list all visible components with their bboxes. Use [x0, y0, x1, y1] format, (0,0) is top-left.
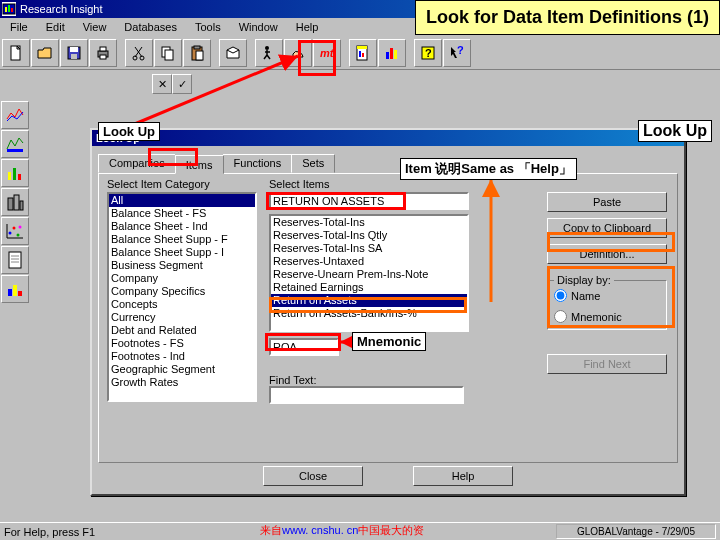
- list-item[interactable]: All: [109, 194, 255, 207]
- svg-rect-3: [11, 8, 13, 12]
- accept-check-icon[interactable]: ✓: [172, 74, 192, 94]
- note-mnemonic: Mnemonic: [352, 332, 426, 351]
- list-item[interactable]: Growth Rates: [109, 376, 255, 389]
- paste-icon[interactable]: [183, 39, 211, 67]
- svg-rect-17: [196, 51, 203, 60]
- print-icon[interactable]: [89, 39, 117, 67]
- radio-mnemonic-input[interactable]: [554, 310, 567, 323]
- list-item[interactable]: Reserves-Total-Ins Qtly: [271, 229, 467, 242]
- list-item[interactable]: Reserves-Total-Ins: [271, 216, 467, 229]
- menu-help[interactable]: Help: [288, 20, 327, 34]
- whats-this-icon[interactable]: ?: [443, 39, 471, 67]
- selected-item-textbox[interactable]: RETURN ON ASSETS: [269, 192, 469, 210]
- svg-rect-46: [13, 285, 17, 296]
- svg-rect-35: [14, 195, 19, 210]
- assistant-icon[interactable]: [284, 39, 312, 67]
- svg-rect-32: [13, 168, 16, 180]
- menu-edit[interactable]: Edit: [38, 20, 73, 34]
- open-icon[interactable]: [31, 39, 59, 67]
- tab-companies[interactable]: Companies: [98, 154, 176, 173]
- find-text-input[interactable]: [269, 386, 464, 404]
- menu-databases[interactable]: Databases: [116, 20, 185, 34]
- side-report-icon[interactable]: [1, 246, 29, 274]
- side-scatter-icon[interactable]: [1, 217, 29, 245]
- report-icon[interactable]: [349, 39, 377, 67]
- svg-rect-34: [8, 198, 13, 210]
- list-item[interactable]: Return on Assets-Bank/Ins-%: [271, 307, 467, 320]
- svg-rect-2: [8, 5, 10, 12]
- menu-file[interactable]: File: [2, 20, 36, 34]
- radio-name-input[interactable]: [554, 289, 567, 302]
- menu-window[interactable]: Window: [231, 20, 286, 34]
- cut-icon[interactable]: [125, 39, 153, 67]
- tab-sets[interactable]: Sets: [291, 154, 335, 173]
- menu-view[interactable]: View: [75, 20, 115, 34]
- display-by-group: Display by: Name Mnemonic: [547, 280, 667, 330]
- app-icon: [2, 2, 16, 16]
- display-by-label: Display by:: [554, 274, 614, 286]
- radio-mnemonic[interactable]: Mnemonic: [554, 310, 660, 323]
- svg-rect-16: [194, 46, 200, 49]
- close-button[interactable]: Close: [263, 466, 363, 486]
- list-item[interactable]: Balance Sheet - FS: [109, 207, 255, 220]
- svg-rect-24: [386, 52, 389, 59]
- help-topic-icon[interactable]: ?: [414, 39, 442, 67]
- list-item[interactable]: Balance Sheet Supp - I: [109, 246, 255, 259]
- mnemonic-textbox[interactable]: ROA: [269, 338, 339, 356]
- cancel-x-icon[interactable]: ✕: [152, 74, 172, 94]
- list-item[interactable]: Reserves-Untaxed: [271, 255, 467, 268]
- side-buildings-icon[interactable]: [1, 188, 29, 216]
- list-item[interactable]: Concepts: [109, 298, 255, 311]
- paste-button[interactable]: Paste: [547, 192, 667, 212]
- svg-point-37: [9, 232, 12, 235]
- slide-title: Look for Data Item Definitions (1): [415, 0, 720, 35]
- help-button[interactable]: Help: [413, 466, 513, 486]
- bar-chart-icon[interactable]: [378, 39, 406, 67]
- tab-functions[interactable]: Functions: [223, 154, 293, 173]
- list-item[interactable]: Reserves-Total-Ins SA: [271, 242, 467, 255]
- list-item[interactable]: Currency: [109, 311, 255, 324]
- radio-name[interactable]: Name: [554, 289, 660, 302]
- lookup-icon[interactable]: [219, 39, 247, 67]
- side-bar3d-icon[interactable]: [1, 159, 29, 187]
- svg-point-39: [17, 234, 20, 237]
- list-item[interactable]: Footnotes - FS: [109, 337, 255, 350]
- svg-rect-47: [18, 291, 22, 296]
- list-item[interactable]: Business Segment: [109, 259, 255, 272]
- list-item[interactable]: Retained Earnings: [271, 281, 467, 294]
- list-item[interactable]: Company: [109, 272, 255, 285]
- list-item[interactable]: Balance Sheet Supp - F: [109, 233, 255, 246]
- dialog-tabs: Companies Items Functions Sets: [98, 154, 678, 173]
- list-item[interactable]: Return on Assets: [271, 294, 467, 307]
- copy-icon[interactable]: [154, 39, 182, 67]
- dialog-title: Look Up: [92, 130, 684, 146]
- run-icon[interactable]: [255, 39, 283, 67]
- items-listbox[interactable]: Reserves-Total-Ins Reserves-Total-Ins Qt…: [269, 214, 469, 332]
- svg-point-38: [13, 227, 16, 230]
- side-stock-icon[interactable]: [1, 130, 29, 158]
- list-item[interactable]: Debt and Related: [109, 324, 255, 337]
- side-chart1-icon[interactable]: [1, 101, 29, 129]
- find-next-button[interactable]: Find Next: [547, 354, 667, 374]
- new-icon[interactable]: [2, 39, 30, 67]
- svg-text:?: ?: [425, 47, 432, 59]
- list-item[interactable]: Footnotes - Ind: [109, 350, 255, 363]
- list-item[interactable]: Company Specifics: [109, 285, 255, 298]
- svg-rect-23: [362, 53, 364, 57]
- list-item[interactable]: Geographic Segment: [109, 363, 255, 376]
- svg-text:?: ?: [457, 44, 464, 56]
- list-item[interactable]: Reserve-Unearn Prem-Ins-Note: [271, 268, 467, 281]
- save-icon[interactable]: [60, 39, 88, 67]
- list-item[interactable]: Balance Sheet - Ind: [109, 220, 255, 233]
- category-listbox[interactable]: All Balance Sheet - FS Balance Sheet - I…: [107, 192, 257, 402]
- svg-rect-26: [394, 50, 397, 59]
- menu-tools[interactable]: Tools: [187, 20, 229, 34]
- side-toolbar: [0, 100, 32, 304]
- definition-button[interactable]: Definition...: [547, 244, 667, 264]
- svg-rect-36: [20, 201, 23, 210]
- side-bar2-icon[interactable]: [1, 275, 29, 303]
- copy-clipboard-button[interactable]: Copy to Clipboard: [547, 218, 667, 238]
- tab-items[interactable]: Items: [175, 155, 224, 174]
- app-title: Research Insight: [20, 3, 103, 15]
- red-chart-icon[interactable]: mt: [313, 39, 341, 67]
